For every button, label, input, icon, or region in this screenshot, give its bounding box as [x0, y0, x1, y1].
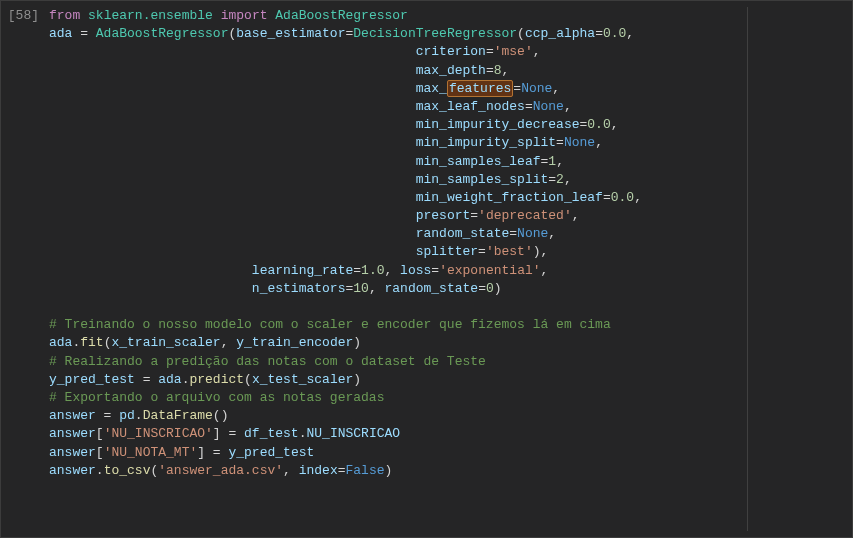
indent: [49, 190, 416, 205]
module-path: sklearn.ensemble: [88, 8, 213, 23]
val-rs-dt: None: [517, 226, 548, 241]
param-min-samples-split: min_samples_split: [416, 172, 549, 187]
indent: [49, 63, 416, 78]
param-min-impurity-decrease: min_impurity_decrease: [416, 117, 580, 132]
param-loss: loss: [400, 263, 431, 278]
param-n-estimators: n_estimators: [252, 281, 346, 296]
param-max-depth: max_depth: [416, 63, 486, 78]
kw-from: from: [49, 8, 80, 23]
var-answer: answer: [49, 408, 96, 423]
rhs-dftest: df_test: [244, 426, 299, 441]
mod-pd: pd: [119, 408, 135, 423]
indent: [49, 281, 252, 296]
kw-import: import: [221, 8, 268, 23]
val-max-depth: 8: [494, 63, 502, 78]
val-presort: 'deprecated': [478, 208, 572, 223]
indent: [49, 44, 416, 59]
val-ccp: 0.0: [603, 26, 626, 41]
fn-predict: predict: [189, 372, 244, 387]
val-rs: 0: [486, 281, 494, 296]
obj-ada2: ada: [158, 372, 181, 387]
fn-tocsv: to_csv: [104, 463, 151, 478]
ctor-adaboost: AdaBoostRegressor: [96, 26, 229, 41]
indent: [49, 81, 416, 96]
indent: [49, 263, 252, 278]
param-ccp-alpha: ccp_alpha: [525, 26, 595, 41]
val-max-features: None: [521, 81, 552, 96]
val-max-leaf-nodes: None: [533, 99, 564, 114]
param-learning-rate: learning_rate: [252, 263, 353, 278]
indent: [49, 172, 416, 187]
param-presort: presort: [416, 208, 471, 223]
val-loss: 'exponential': [439, 263, 540, 278]
param-random-state: random_state: [385, 281, 479, 296]
rhs-attr-nuinscricao: NU_INSCRICAO: [306, 426, 400, 441]
param-max-leaf-nodes: max_leaf_nodes: [416, 99, 525, 114]
val-lr: 1.0: [361, 263, 384, 278]
arg-xtrain: x_train_scaler: [111, 335, 220, 350]
ctor-dtree: DecisionTreeRegressor: [353, 26, 517, 41]
indent: [49, 244, 416, 259]
imported-class: AdaBoostRegressor: [275, 8, 408, 23]
param-splitter: splitter: [416, 244, 478, 259]
indent: [49, 154, 416, 169]
rhs-ypred: y_pred_test: [228, 445, 314, 460]
indent: [49, 117, 416, 132]
val-splitter: 'best': [486, 244, 533, 259]
val-msl: 1: [548, 154, 556, 169]
code-cell[interactable]: [58] from sklearn.ensemble import AdaBoo…: [0, 0, 853, 538]
fn-dataframe: DataFrame: [143, 408, 213, 423]
var-ypred: y_pred_test: [49, 372, 135, 387]
cell-prompt: [58]: [5, 7, 49, 531]
indent: [49, 226, 416, 241]
indent: [49, 208, 416, 223]
comment-train: # Treinando o nosso modelo com o scaler …: [49, 317, 611, 332]
val-mis: None: [564, 135, 595, 150]
param-min-weight-fraction-leaf: min_weight_fraction_leaf: [416, 190, 603, 205]
fn-fit: fit: [80, 335, 103, 350]
val-ne: 10: [353, 281, 369, 296]
indent: [49, 99, 416, 114]
param-min-samples-leaf: min_samples_leaf: [416, 154, 541, 169]
highlight-features: features: [447, 80, 513, 97]
key-nunotamt: 'NU_NOTA_MT': [104, 445, 198, 460]
indent: [49, 135, 416, 150]
arg-ytrain: y_train_encoder: [236, 335, 353, 350]
op-eq: =: [72, 26, 95, 41]
editor-ruler: [747, 7, 748, 531]
param-max-features-pre: max_: [416, 81, 447, 96]
var-answer2: answer: [49, 426, 96, 441]
val-criterion: 'mse': [494, 44, 533, 59]
val-mid: 0.0: [587, 117, 610, 132]
var-ada: ada: [49, 26, 72, 41]
param-min-impurity-split: min_impurity_split: [416, 135, 556, 150]
var-answer3: answer: [49, 445, 96, 460]
comment-predict: # Realizando a predição das notas com o …: [49, 354, 486, 369]
param-base-estimator: base_estimator: [236, 26, 345, 41]
param-index: index: [299, 463, 338, 478]
key-nuinscricao: 'NU_INSCRICAO': [104, 426, 213, 441]
obj-ada: ada: [49, 335, 72, 350]
val-mwfl: 0.0: [611, 190, 634, 205]
arg-xtest: x_test_scaler: [252, 372, 353, 387]
arg-filename: 'answer_ada.csv': [158, 463, 283, 478]
val-mss: 2: [556, 172, 564, 187]
param-criterion: criterion: [416, 44, 486, 59]
comment-export: # Exportando o arquivo com as notas gera…: [49, 390, 384, 405]
var-answer4: answer: [49, 463, 96, 478]
val-index: False: [346, 463, 385, 478]
param-random-state-dt: random_state: [416, 226, 510, 241]
code-editor[interactable]: from sklearn.ensemble import AdaBoostReg…: [49, 7, 844, 531]
